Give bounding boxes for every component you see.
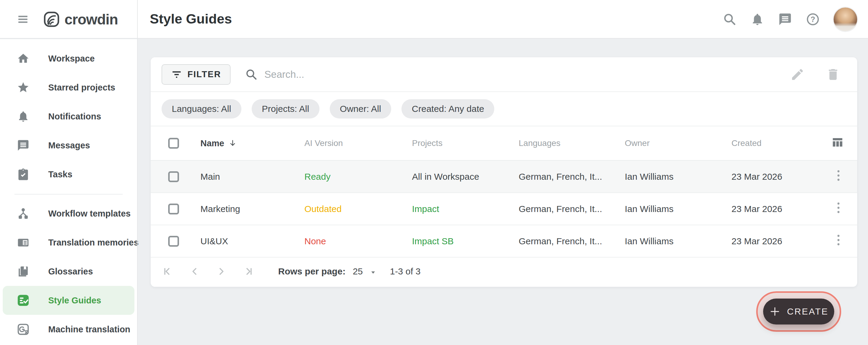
home-icon xyxy=(17,52,30,65)
last-page-button[interactable] xyxy=(242,266,253,277)
table-toolbar: FILTER xyxy=(151,57,857,92)
sidebar-item-glossaries[interactable]: Glossaries xyxy=(0,257,137,286)
column-header-created[interactable]: Created xyxy=(732,138,823,148)
help-icon[interactable]: ? xyxy=(806,12,820,26)
app-window: crowdin Style Guides ? xyxy=(0,0,868,345)
table-row[interactable]: Marketing Outdated Impact German, French… xyxy=(151,193,857,225)
filter-chips-row: Languages: All Projects: All Owner: All … xyxy=(151,92,857,126)
cell-created: 23 Mar 2026 xyxy=(732,236,823,247)
delete-icon[interactable] xyxy=(826,67,840,82)
sidebar-item-workspace[interactable]: Workspace xyxy=(0,44,137,73)
search-icon[interactable] xyxy=(723,12,737,26)
crowdin-logo-icon xyxy=(43,10,60,28)
star-icon xyxy=(17,81,30,94)
select-all-checkbox[interactable] xyxy=(168,138,179,149)
row-menu-icon[interactable] xyxy=(836,233,841,247)
rows-per-page-select[interactable]: 25 xyxy=(352,266,376,277)
hamburger-menu-icon[interactable] xyxy=(17,13,29,25)
cell-created: 23 Mar 2026 xyxy=(732,172,823,182)
column-settings-icon[interactable] xyxy=(831,136,844,149)
chip-languages[interactable]: Languages: All xyxy=(161,99,241,118)
sidebar-item-starred-projects[interactable]: Starred projects xyxy=(0,73,137,102)
sidebar-item-label: Workflow templates xyxy=(48,209,130,219)
search-icon xyxy=(245,68,258,81)
filter-button[interactable]: FILTER xyxy=(161,64,230,85)
cell-languages: German, French, It... xyxy=(519,204,625,214)
cell-created: 23 Mar 2026 xyxy=(732,204,823,214)
sidebar-item-label: Workspace xyxy=(48,54,95,64)
filter-icon xyxy=(171,69,182,80)
cell-languages: German, French, It... xyxy=(519,172,625,182)
sidebar-item-messages[interactable]: Messages xyxy=(0,131,137,160)
cell-projects: All in Workspace xyxy=(412,172,519,182)
caret-down-icon xyxy=(370,269,377,276)
sidebar-item-notifications[interactable]: Notifications xyxy=(0,102,137,131)
create-button[interactable]: CREATE xyxy=(763,298,834,324)
sidebar-item-label: Machine translation xyxy=(48,324,130,335)
sidebar: Workspace Starred projects Notifications… xyxy=(0,39,137,345)
table-row[interactable]: UI&UX None Impact SB German, French, It.… xyxy=(151,225,857,258)
column-header-owner[interactable]: Owner xyxy=(625,138,732,148)
cell-projects-link[interactable]: Impact xyxy=(412,204,519,214)
style-guide-icon xyxy=(17,294,30,307)
workflow-icon xyxy=(17,207,30,220)
rows-per-page-value: 25 xyxy=(352,266,363,277)
sidebar-item-tasks[interactable]: Tasks xyxy=(0,160,137,189)
cell-name: Marketing xyxy=(200,204,304,214)
pagination-range: 1-3 of 3 xyxy=(390,266,421,277)
search-area xyxy=(245,68,790,81)
svg-text:?: ? xyxy=(810,15,815,24)
cell-ai-version: None xyxy=(304,236,412,247)
chip-created[interactable]: Created: Any date xyxy=(401,99,494,118)
column-header-languages[interactable]: Languages xyxy=(519,138,625,148)
chip-owner[interactable]: Owner: All xyxy=(330,99,392,118)
sidebar-divider xyxy=(137,0,138,345)
cell-projects-link[interactable]: Impact SB xyxy=(412,236,519,247)
row-checkbox[interactable] xyxy=(168,171,179,182)
edit-icon[interactable] xyxy=(790,67,805,82)
avatar[interactable] xyxy=(834,7,857,31)
create-button-highlight-ring: CREATE xyxy=(756,291,841,332)
sidebar-item-machine-translation[interactable]: Machine translation xyxy=(0,315,137,344)
bell-icon xyxy=(17,110,30,123)
row-checkbox[interactable] xyxy=(168,236,179,247)
sidebar-item-label: Notifications xyxy=(48,112,101,121)
cell-owner: Ian Williams xyxy=(625,204,732,214)
sidebar-item-workflow-templates[interactable]: Workflow templates xyxy=(0,199,137,228)
translation-memory-icon xyxy=(17,236,30,249)
table-pagination: Rows per page: 25 1-3 of 3 xyxy=(151,258,857,285)
filter-button-label: FILTER xyxy=(187,69,221,79)
sidebar-section-divider xyxy=(14,194,123,195)
bell-icon[interactable] xyxy=(750,12,764,26)
table-row[interactable]: Main Ready All in Workspace German, Fren… xyxy=(151,161,857,193)
row-menu-icon[interactable] xyxy=(836,169,841,182)
messages-icon[interactable] xyxy=(778,12,792,26)
style-guides-panel: FILTER Languages: All Projects: All Owne… xyxy=(151,57,857,287)
row-checkbox[interactable] xyxy=(168,204,179,214)
book-icon xyxy=(17,265,30,278)
first-page-button[interactable] xyxy=(162,266,174,277)
create-button-label: CREATE xyxy=(787,307,828,317)
chip-projects[interactable]: Projects: All xyxy=(252,99,319,118)
column-header-projects[interactable]: Projects xyxy=(412,138,519,148)
machine-translation-icon xyxy=(17,323,30,336)
chat-icon xyxy=(17,139,30,152)
column-header-ai-version[interactable]: AI Version xyxy=(304,138,412,148)
crowdin-logo[interactable]: crowdin xyxy=(43,0,118,38)
cell-owner: Ian Williams xyxy=(625,236,732,247)
sidebar-item-style-guides[interactable]: Style Guides xyxy=(3,286,134,315)
sidebar-item-label: Glossaries xyxy=(48,266,93,277)
previous-page-button[interactable] xyxy=(189,266,200,277)
clipboard-check-icon xyxy=(17,168,30,181)
cell-languages: German, French, It... xyxy=(519,236,625,247)
cell-owner: Ian Williams xyxy=(625,172,732,182)
sidebar-item-translation-memories[interactable]: Translation memories xyxy=(0,228,137,257)
cell-name: UI&UX xyxy=(200,236,304,247)
sort-descending-icon xyxy=(228,139,237,148)
column-header-name[interactable]: Name xyxy=(200,138,304,148)
cell-name: Main xyxy=(200,172,304,182)
sidebar-item-label: Tasks xyxy=(48,170,72,179)
search-input[interactable] xyxy=(264,69,596,80)
row-menu-icon[interactable] xyxy=(836,201,841,214)
next-page-button[interactable] xyxy=(216,266,227,277)
